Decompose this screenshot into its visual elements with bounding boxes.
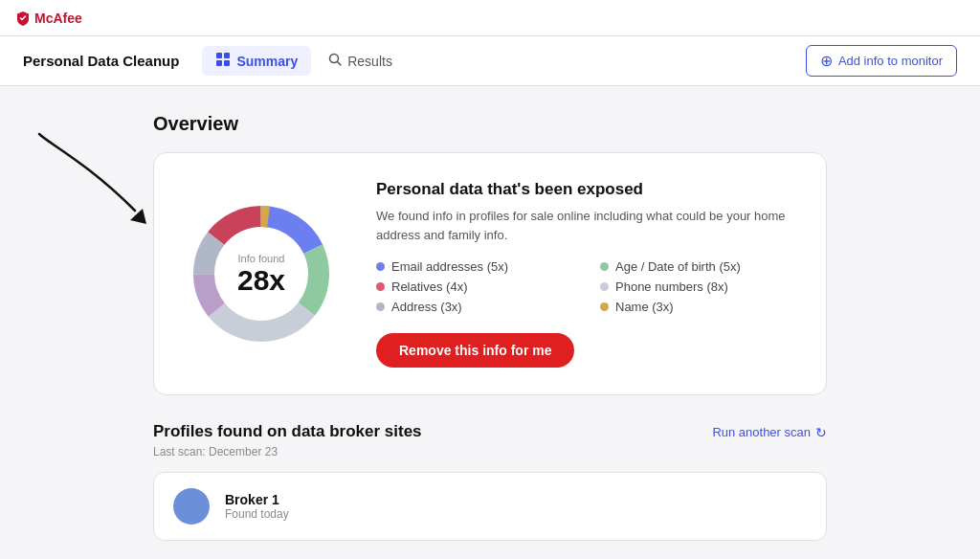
svg-line-5	[338, 62, 342, 66]
add-info-label: Add info to monitor	[838, 54, 943, 68]
info-item-phone: Phone numbers (8x)	[600, 280, 795, 294]
broker-avatar	[173, 488, 210, 525]
info-item-name: Name (3x)	[600, 300, 795, 314]
age-label: Age / Date of birth (5x)	[615, 259, 741, 274]
svg-rect-0	[216, 53, 222, 58]
name-dot	[600, 302, 609, 311]
address-label: Address (3x)	[391, 300, 462, 314]
address-dot	[376, 302, 385, 311]
info-item-email: Email addresses (5x)	[376, 259, 571, 274]
donut-chart: Info found 28x	[185, 197, 338, 350]
tab-summary-label: Summary	[236, 54, 298, 69]
email-dot	[376, 262, 385, 271]
summary-icon	[215, 52, 231, 70]
info-item-address: Address (3x)	[376, 300, 571, 314]
nav-title: Personal Data Cleanup	[23, 53, 179, 69]
arrow-indicator	[30, 124, 164, 239]
add-info-button[interactable]: ⊕ Add info to monitor	[806, 45, 957, 77]
info-item-relatives: Relatives (4x)	[376, 280, 571, 294]
info-grid: Email addresses (5x) Age / Date of birth…	[376, 259, 795, 314]
phone-dot	[600, 282, 609, 291]
main-content: Overview	[0, 86, 980, 559]
overview-title: Overview	[153, 113, 827, 135]
exposed-info-panel: Personal data that's been exposed We fou…	[376, 180, 795, 368]
svg-rect-2	[216, 60, 222, 66]
svg-rect-3	[224, 60, 230, 66]
broker-info: Broker 1 Found today	[225, 492, 289, 521]
overview-card: Info found 28x Personal data that's been…	[153, 152, 827, 395]
refresh-icon: ↻	[815, 425, 827, 440]
tab-results-label: Results	[347, 54, 392, 69]
nav-bar: Personal Data Cleanup Summary Results	[0, 36, 980, 86]
remove-info-button[interactable]: Remove this info for me	[376, 333, 574, 368]
svg-marker-6	[130, 209, 146, 224]
donut-center: Info found 28x	[237, 253, 285, 296]
top-bar: McAfee	[0, 0, 980, 36]
profiles-header: Profiles found on data broker sites Run …	[153, 422, 827, 441]
broker-card: Broker 1 Found today	[153, 472, 827, 541]
tab-results[interactable]: Results	[315, 47, 406, 75]
exposed-title: Personal data that's been exposed	[376, 180, 795, 199]
profiles-title: Profiles found on data broker sites	[153, 422, 422, 441]
exposed-description: We found info in profiles for sale onlin…	[376, 207, 795, 244]
donut-count: 28x	[237, 264, 285, 296]
run-scan-label: Run another scan	[712, 425, 811, 439]
tab-summary[interactable]: Summary	[202, 46, 311, 76]
broker-sub: Found today	[225, 507, 289, 521]
svg-rect-1	[224, 53, 230, 58]
broker-name: Broker 1	[225, 492, 289, 507]
name-label: Name (3x)	[615, 300, 674, 314]
email-label: Email addresses (5x)	[391, 259, 508, 274]
donut-label: Info found	[237, 253, 285, 264]
nav-tabs: Summary Results	[202, 46, 805, 76]
mcafee-logo-text: McAfee	[34, 11, 82, 26]
relatives-dot	[376, 282, 385, 291]
search-icon	[328, 53, 342, 69]
info-item-age: Age / Date of birth (5x)	[600, 259, 795, 274]
age-dot	[600, 262, 609, 271]
phone-label: Phone numbers (8x)	[615, 280, 728, 294]
profiles-section: Profiles found on data broker sites Run …	[153, 422, 827, 541]
run-scan-button[interactable]: Run another scan ↻	[712, 425, 827, 440]
relatives-label: Relatives (4x)	[391, 280, 467, 294]
last-scan-text: Last scan: December 23	[153, 445, 827, 458]
mcafee-shield-icon	[15, 11, 31, 26]
plus-icon: ⊕	[820, 52, 833, 70]
mcafee-logo: McAfee	[15, 11, 82, 26]
